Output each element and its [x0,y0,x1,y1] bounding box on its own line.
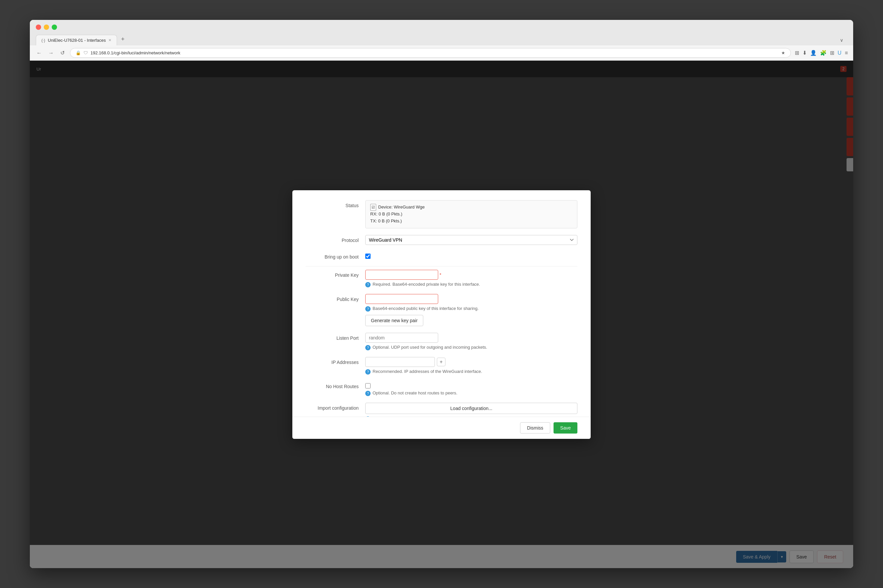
no-host-routes-help: ? Optional. Do not create host routes to… [365,390,577,396]
rx-line: RX: 0 B (0 Pkts.) [370,211,573,218]
title-bar: (·) UniElec-U7628-01 - Interfaces ✕ + ∨ [30,20,853,45]
public-key-control: ? Base64-encoded public key of this inte… [365,294,577,326]
device-checkbox-icon: ☑ [370,204,376,211]
public-key-input[interactable] [365,294,438,304]
import-config-row: Import configuration Load configuration.… [306,403,577,417]
shield-icon: 🛡 [84,50,88,56]
download-icon[interactable]: ⬇ [802,50,807,56]
import-config-control: Load configuration... ? Imports settings… [365,403,577,417]
bring-up-checkbox[interactable] [365,254,370,259]
account-icon[interactable]: 👤 [810,50,817,56]
interface-modal: Status ☑ Device: WireGuard Wge RX: 0 B (… [292,190,591,439]
private-key-input-wrap: * [365,270,577,280]
url-display: 192.168.0.1/cgi-bin/luci/admin/network/n… [90,50,779,56]
protocol-row: Protocol WireGuard VPN Static address DH… [306,235,577,245]
apps-icon[interactable]: ⊞ [830,50,834,56]
bookmark-icon[interactable]: ★ [781,50,785,56]
window-collapse-button[interactable]: ∨ [836,35,847,45]
modal-body: Status ☑ Device: WireGuard Wge RX: 0 B (… [292,190,591,417]
protocol-control: WireGuard VPN Static address DHCP client… [365,235,577,245]
ip-addresses-label: IP Addresses [306,357,358,365]
status-box: ☑ Device: WireGuard Wge RX: 0 B (0 Pkts.… [365,200,577,228]
ip-addresses-help-icon: ? [365,369,370,375]
public-key-row: Public Key ? Base64-encoded public key o… [306,294,577,326]
no-host-routes-row: No Host Routes ? Optional. Do not create… [306,381,577,396]
tx-line: TX: 0 B (0 Pkts.) [370,218,573,225]
private-key-control: * ? Required. Base64-encoded private key… [365,270,577,287]
listen-port-control: ? Optional. UDP port used for outgoing a… [365,333,577,350]
ip-addresses-help: ? Recommended. IP addresses of the WireG… [365,369,577,375]
private-key-help: ? Required. Base64-encoded private key f… [365,282,577,287]
close-button[interactable] [36,24,41,30]
divider-1 [306,266,577,267]
generate-keypair-button[interactable]: Generate new key pair [365,315,423,326]
minimize-button[interactable] [44,24,49,30]
status-control: ☑ Device: WireGuard Wge RX: 0 B (0 Pkts.… [365,200,577,228]
listen-port-input[interactable] [365,333,438,343]
nav-bar: ← → ↺ 🔒 🛡 192.168.0.1/cgi-bin/luci/admin… [30,45,853,61]
listen-port-row: Listen Port ? Optional. UDP port used fo… [306,333,577,350]
tab-title: UniElec-U7628-01 - Interfaces [48,38,106,43]
tab-bar: (·) UniElec-U7628-01 - Interfaces ✕ + ∨ [36,33,847,45]
active-tab[interactable]: (·) UniElec-U7628-01 - Interfaces ✕ [36,35,117,45]
forward-button[interactable]: → [47,49,55,57]
nav-actions: ⊞ ⬇ 👤 🧩 ⊞ U ≡ [795,50,848,56]
no-host-routes-help-icon: ? [365,391,370,396]
bring-up-checkbox-wrap [365,252,577,259]
private-key-row: Private Key * ? Required. Base64-encoded… [306,270,577,287]
public-key-help-icon: ? [365,306,370,312]
modal-footer: Dismiss Save [292,417,591,439]
listen-port-help-text: Optional. UDP port used for outgoing and… [373,345,487,350]
tab-favicon: (·) [42,38,45,43]
listen-port-help: ? Optional. UDP port used for outgoing a… [365,345,577,350]
security-icon: 🔒 [76,50,81,56]
required-asterisk: * [439,272,441,278]
listen-port-help-icon: ? [365,345,370,350]
add-ip-button[interactable]: + [437,358,445,366]
ublock-icon[interactable]: U [838,50,841,56]
new-tab-button[interactable]: + [117,33,129,45]
address-bar[interactable]: 🔒 🛡 192.168.0.1/cgi-bin/luci/admin/netwo… [70,48,791,58]
browser-window: (·) UniElec-U7628-01 - Interfaces ✕ + ∨ … [30,20,853,568]
load-configuration-button[interactable]: Load configuration... [365,403,577,414]
no-host-routes-label: No Host Routes [306,381,358,389]
device-line: ☑ Device: WireGuard Wge [370,204,573,211]
no-host-routes-help-text: Optional. Do not create host routes to p… [373,390,457,395]
ip-addresses-help-text: Recommended. IP addresses of the WireGua… [373,369,482,374]
public-key-label: Public Key [306,294,358,302]
public-key-help: ? Base64-encoded public key of this inte… [365,306,577,312]
protocol-label: Protocol [306,235,358,243]
private-key-help-text: Required. Base64-encoded private key for… [373,282,480,287]
reload-button[interactable]: ↺ [59,48,66,57]
modal-overlay: Status ☑ Device: WireGuard Wge RX: 0 B (… [30,61,853,568]
ip-input-wrap: + [365,357,577,367]
page-content: Ur 2 Save & Apply ▾ Save Reset [30,61,853,568]
ip-addresses-row: IP Addresses + ? Recommended. IP address… [306,357,577,375]
bring-up-label: Bring up on boot [306,252,358,260]
menu-icon[interactable]: ≡ [845,50,848,56]
traffic-lights [36,24,847,30]
private-key-input[interactable] [365,270,438,280]
no-host-routes-checkbox[interactable] [365,383,370,388]
private-key-help-icon: ? [365,282,370,287]
extensions-icon[interactable]: 🧩 [820,50,827,56]
import-config-label: Import configuration [306,403,358,411]
bring-up-row: Bring up on boot [306,252,577,260]
listen-port-label: Listen Port [306,333,358,341]
grid-icon[interactable]: ⊞ [795,50,799,56]
ip-addresses-control: + ? Recommended. IP addresses of the Wir… [365,357,577,375]
maximize-button[interactable] [52,24,57,30]
bring-up-control [365,252,577,259]
no-host-routes-checkbox-wrap [365,381,577,388]
private-key-label: Private Key [306,270,358,278]
modal-save-button[interactable]: Save [553,422,577,434]
back-button[interactable]: ← [35,49,43,57]
dismiss-button[interactable]: Dismiss [520,422,550,434]
public-key-help-text: Base64-encoded public key of this interf… [373,306,479,311]
device-name: Device: WireGuard Wge [378,204,424,211]
tab-close-button[interactable]: ✕ [108,38,111,42]
protocol-select[interactable]: WireGuard VPN Static address DHCP client… [365,235,577,245]
ip-address-input[interactable] [365,357,435,367]
status-label: Status [306,200,358,208]
no-host-routes-control: ? Optional. Do not create host routes to… [365,381,577,396]
